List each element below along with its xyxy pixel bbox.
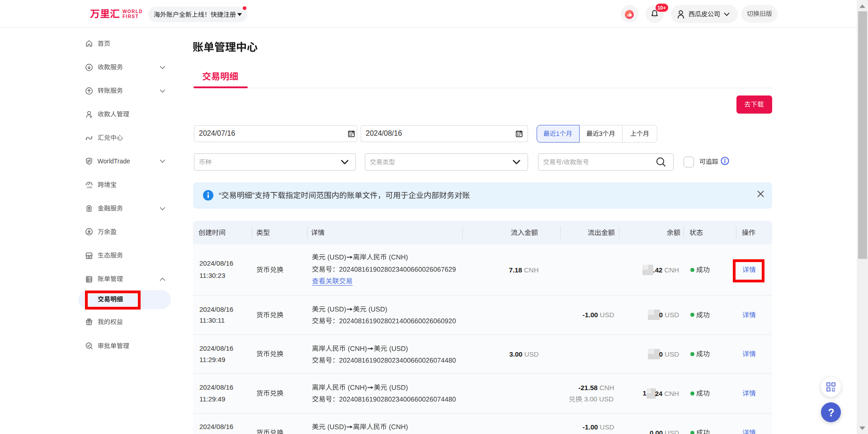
svg-text:1688: 1688: [86, 186, 92, 188]
